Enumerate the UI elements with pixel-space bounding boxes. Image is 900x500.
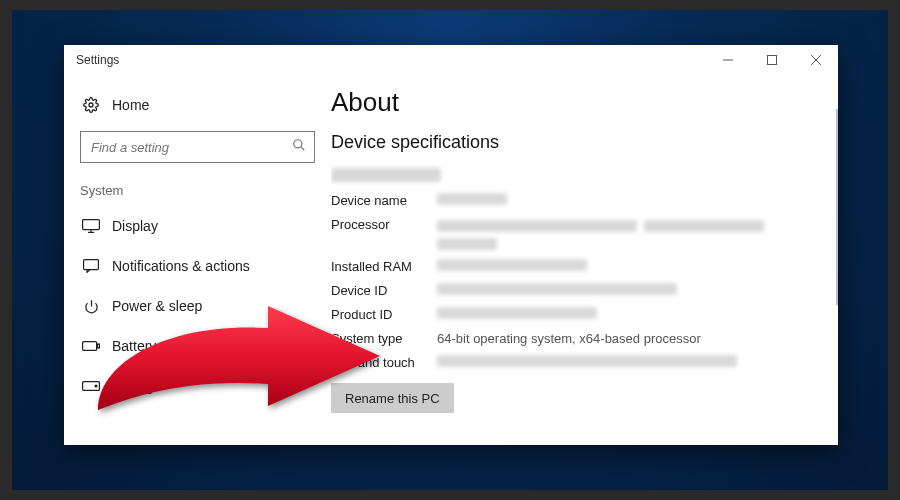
rename-pc-button[interactable]: Rename this PC bbox=[331, 383, 454, 413]
storage-icon bbox=[80, 381, 102, 391]
settings-window: Settings bbox=[64, 45, 838, 445]
home-nav[interactable]: Home bbox=[64, 87, 331, 123]
spec-row-system-type: System type 64-bit operating system, x64… bbox=[331, 331, 832, 346]
maximize-button[interactable] bbox=[750, 45, 794, 75]
svg-line-6 bbox=[301, 147, 305, 151]
redacted-value bbox=[437, 193, 507, 205]
sidebar-item-label: Battery bbox=[112, 338, 156, 354]
spec-row-processor: Processor bbox=[331, 217, 832, 250]
search-box[interactable] bbox=[80, 131, 315, 163]
svg-rect-12 bbox=[83, 342, 97, 351]
search-input[interactable] bbox=[89, 139, 292, 156]
minimize-button[interactable] bbox=[706, 45, 750, 75]
window-title: Settings bbox=[76, 53, 119, 67]
redacted-value bbox=[437, 307, 597, 319]
svg-point-4 bbox=[89, 103, 93, 107]
home-label: Home bbox=[112, 97, 149, 113]
svg-point-5 bbox=[294, 140, 302, 148]
sidebar-item-storage[interactable]: Storage bbox=[64, 366, 331, 406]
page-title: About bbox=[331, 87, 832, 118]
svg-rect-13 bbox=[97, 344, 99, 348]
close-button[interactable] bbox=[794, 45, 838, 75]
spec-row-device-name: Device name bbox=[331, 193, 832, 208]
redacted-value bbox=[437, 217, 764, 250]
gear-icon bbox=[80, 97, 102, 113]
redacted-value bbox=[437, 283, 677, 295]
category-label: System bbox=[64, 177, 331, 206]
sidebar-item-notifications[interactable]: Notifications & actions bbox=[64, 246, 331, 286]
sidebar-item-power[interactable]: Power & sleep bbox=[64, 286, 331, 326]
sidebar-item-label: Power & sleep bbox=[112, 298, 202, 314]
spec-row-pen-touch: Pen and touch bbox=[331, 355, 832, 370]
spec-row-device-id: Device ID bbox=[331, 283, 832, 298]
system-type-value: 64-bit operating system, x64-based proce… bbox=[437, 331, 701, 346]
svg-rect-10 bbox=[84, 260, 99, 270]
sidebar-item-label: Display bbox=[112, 218, 158, 234]
section-device-specs: Device specifications bbox=[331, 132, 832, 153]
main-panel: About Device specifications Device name … bbox=[331, 75, 838, 445]
battery-icon bbox=[80, 341, 102, 351]
svg-point-15 bbox=[95, 385, 97, 387]
notifications-icon bbox=[80, 259, 102, 273]
sidebar-item-label: Notifications & actions bbox=[112, 258, 250, 274]
sidebar-item-display[interactable]: Display bbox=[64, 206, 331, 246]
power-icon bbox=[80, 299, 102, 314]
svg-rect-7 bbox=[83, 220, 100, 230]
sidebar-item-battery[interactable]: Battery bbox=[64, 326, 331, 366]
search-icon bbox=[292, 138, 306, 156]
scrollbar[interactable] bbox=[836, 109, 838, 305]
redacted-heading bbox=[331, 168, 441, 182]
redacted-value bbox=[437, 259, 587, 271]
redacted-value bbox=[437, 355, 737, 367]
spec-row-ram: Installed RAM bbox=[331, 259, 832, 274]
desktop-background: Settings bbox=[12, 10, 888, 490]
titlebar: Settings bbox=[64, 45, 838, 75]
sidebar-item-label: Storage bbox=[112, 378, 161, 394]
sidebar: Home System bbox=[64, 75, 331, 445]
svg-rect-1 bbox=[768, 56, 777, 65]
display-icon bbox=[80, 219, 102, 233]
spec-row-product-id: Product ID bbox=[331, 307, 832, 322]
